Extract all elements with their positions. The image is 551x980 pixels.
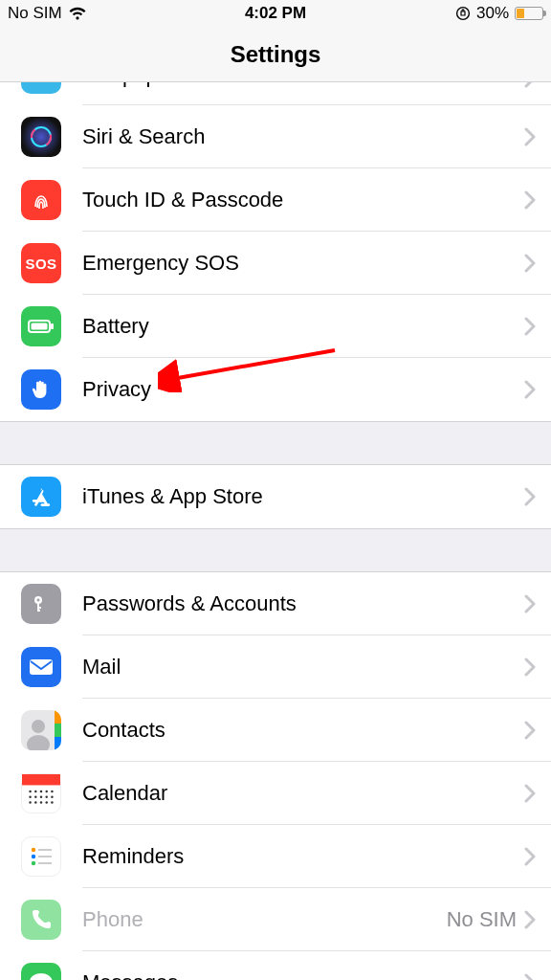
svg-rect-16 [55,710,61,724]
chevron-right-icon [524,910,536,929]
row-calendar-label: Calendar [82,781,524,806]
svg-rect-36 [38,849,52,851]
siri-icon [21,117,61,157]
row-phone-value: No SIM [447,907,517,932]
svg-point-24 [51,791,53,792]
chevron-right-icon [524,82,536,88]
row-itunes[interactable]: iTunes & App Store [0,465,551,528]
svg-point-34 [51,801,53,803]
svg-point-21 [34,791,36,792]
row-messages[interactable]: Messages [0,951,551,980]
row-messages-label: Messages [82,970,524,980]
contacts-icon [21,710,61,750]
svg-rect-12 [37,610,40,612]
chevron-right-icon [524,380,536,399]
svg-rect-7 [51,323,54,329]
svg-point-22 [40,791,42,792]
group-separator [0,421,551,465]
row-privacy-label: Privacy [82,377,524,402]
row-calendar[interactable]: Calendar [0,762,551,825]
svg-point-31 [34,801,36,803]
row-siri[interactable]: Siri & Search [0,105,551,168]
page-title: Settings [231,41,321,68]
mail-icon [21,647,61,687]
svg-point-39 [32,861,35,865]
svg-point-37 [32,855,35,858]
row-contacts-label: Contacts [82,718,524,743]
svg-point-28 [45,796,47,798]
settings-group-1: iTunes & App Store [0,465,551,528]
svg-point-23 [45,791,47,792]
chevron-right-icon [524,190,536,210]
svg-point-9 [37,599,40,602]
svg-rect-6 [32,323,48,330]
row-mail[interactable]: Mail [0,635,551,699]
row-passwords-label: Passwords & Accounts [82,591,524,616]
svg-point-33 [45,801,47,803]
svg-point-15 [27,735,50,750]
svg-point-30 [29,801,31,803]
calendar-icon [21,773,61,813]
svg-rect-13 [30,659,53,675]
svg-point-32 [40,801,42,803]
phone-icon [21,900,61,940]
row-mail-label: Mail [82,655,524,679]
svg-point-14 [32,720,45,733]
chevron-right-icon [524,657,536,677]
wallpaper-icon [21,82,61,94]
svg-point-26 [34,796,36,798]
svg-point-20 [29,791,31,792]
status-time: 4:02 PM [0,4,551,23]
row-wallpaper[interactable]: Wallpaper [0,82,551,105]
messages-icon [21,963,61,980]
row-siri-label: Siri & Search [82,124,524,149]
svg-rect-18 [55,737,61,750]
svg-rect-19 [22,774,60,785]
row-sos[interactable]: SOS Emergency SOS [0,232,551,295]
group-separator [0,528,551,572]
chevron-right-icon [524,487,536,506]
row-reminders[interactable]: Reminders [0,825,551,888]
row-wallpaper-label: Wallpaper [82,82,524,88]
svg-rect-17 [55,724,61,737]
battery-icon [21,306,61,346]
appstore-icon [21,477,61,517]
chevron-right-icon [524,127,536,146]
svg-point-27 [40,796,42,798]
row-battery-label: Battery [82,314,524,339]
screen: No SIM 4:02 PM 30% Settings Wallpaper [0,0,551,980]
row-itunes-label: iTunes & App Store [82,484,524,509]
fingerprint-icon [21,180,61,220]
chevron-right-icon [524,973,536,980]
row-reminders-label: Reminders [82,844,524,869]
row-touchid-label: Touch ID & Passcode [82,188,524,212]
row-touchid[interactable]: Touch ID & Passcode [0,168,551,232]
svg-rect-11 [37,607,41,609]
reminders-icon [21,836,61,877]
chevron-right-icon [524,784,536,803]
svg-rect-38 [38,856,52,858]
battery-icon [515,7,543,20]
svg-rect-40 [38,862,52,864]
row-passwords[interactable]: Passwords & Accounts [0,572,551,635]
settings-group-0: Wallpaper Siri & Search To [0,82,551,421]
settings-group-2: Passwords & Accounts Mail Contacts [0,572,551,980]
row-phone[interactable]: Phone No SIM [0,888,551,951]
row-privacy[interactable]: Privacy [0,358,551,421]
row-contacts[interactable]: Contacts [0,699,551,762]
hand-icon [21,369,61,410]
nav-bar: Settings [0,27,551,82]
row-phone-label: Phone [82,907,447,932]
svg-point-25 [29,796,31,798]
chevron-right-icon [524,847,536,866]
key-icon [21,584,61,624]
sos-icon: SOS [21,243,61,283]
status-bar: No SIM 4:02 PM 30% [0,0,551,27]
row-battery[interactable]: Battery [0,295,551,358]
chevron-right-icon [524,594,536,613]
settings-list[interactable]: Wallpaper Siri & Search To [0,82,551,980]
svg-point-29 [51,796,53,798]
chevron-right-icon [524,721,536,740]
svg-point-35 [32,848,35,852]
chevron-right-icon [524,254,536,273]
